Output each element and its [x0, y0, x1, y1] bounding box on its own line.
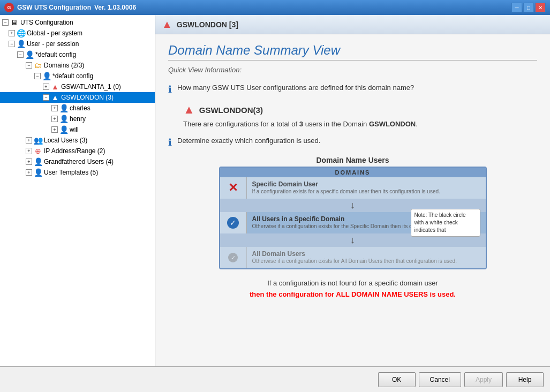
- domain-badge-icon: ▲: [183, 103, 195, 117]
- main-container: − 🖥 UTS Configuration + 🌐 Global - per s…: [0, 15, 550, 366]
- header-domain-icon: ▲: [162, 18, 172, 31]
- question2-text: Determine exactly which configuration is…: [177, 135, 320, 146]
- domain-desc: There are configurations for a total of …: [183, 120, 537, 128]
- ip-icon: ⊕: [34, 147, 42, 155]
- tree-ip-address[interactable]: + ⊕ IP Address/Range (2): [0, 146, 155, 156]
- default-config2-label: *default config: [52, 72, 93, 80]
- tree-user[interactable]: − 👤 User - per session: [0, 39, 155, 49]
- henry-icon: 👤: [59, 115, 68, 123]
- diagram-container: Domain Name Users DOMAINS ✕ Specific Dom…: [219, 156, 487, 269]
- local-users-label: Local Users (3): [44, 137, 87, 144]
- domains-label: DOMAINS: [220, 168, 486, 177]
- expand-domains[interactable]: −: [26, 62, 32, 69]
- tree-henry[interactable]: + 👤 henry: [0, 114, 155, 124]
- panel-header: ▲ GSWLONDON [3]: [155, 15, 550, 34]
- diagram-row-specific: ✕ Specific Domain User If a configuratio…: [220, 177, 486, 199]
- row3-indicator: ✓: [220, 247, 247, 268]
- summary-line2: then the configuration for ALL DOMAIN NA…: [168, 289, 537, 300]
- tree-gswlondon[interactable]: − ▲ GSWLONDON (3): [0, 92, 155, 103]
- question1-row: ℹ How many GSW UTS User configurations a…: [168, 82, 537, 95]
- tree-root[interactable]: − 🖥 UTS Configuration: [0, 17, 155, 28]
- grandfathered-label: Grandfathered Users (4): [44, 158, 114, 165]
- expand-user[interactable]: −: [9, 41, 15, 47]
- help-button[interactable]: Help: [506, 372, 544, 387]
- diagram-row-alldomainusers: ✓ All Domain Users Otherwise if a config…: [220, 247, 486, 268]
- expand-gswlondon[interactable]: −: [43, 94, 49, 101]
- ip-address-label: IP Address/Range (2): [44, 147, 106, 155]
- folder-icon: 🗂: [34, 61, 42, 70]
- tree-templates[interactable]: + 👤 User Templates (5): [0, 167, 155, 178]
- app-name: GSW UTS Configuration: [17, 4, 91, 11]
- tree-local-users[interactable]: + 👥 Local Users (3): [0, 135, 155, 146]
- note-box: Note: The black circle with a white chec…: [411, 209, 480, 237]
- row1-subtitle: If a configuration exists for a specific…: [252, 188, 480, 195]
- domain-desc-1: There are configurations for a total of: [183, 120, 299, 128]
- tree-domains[interactable]: − 🗂 Domains (2/3): [0, 60, 155, 71]
- bottom-bar: OK Cancel Apply Help: [0, 366, 550, 392]
- row3-title: All Domain Users: [252, 250, 480, 258]
- default-config-label: *default config: [35, 51, 76, 58]
- globe-icon: 🌐: [17, 29, 25, 37]
- expand-default2[interactable]: −: [34, 73, 41, 79]
- expand-root[interactable]: −: [2, 19, 9, 26]
- question1-text: How many GSW UTS User configurations are…: [177, 82, 414, 93]
- title-bar-left: G GSW UTS Configuration Ver. 1.03.0006: [4, 3, 136, 12]
- apply-button[interactable]: Apply: [464, 372, 503, 387]
- expand-default[interactable]: −: [17, 51, 24, 58]
- title-bar: G GSW UTS Configuration Ver. 1.03.0006 ─…: [0, 0, 550, 15]
- summary-text2: then the configuration for: [250, 290, 336, 298]
- expand-henry[interactable]: +: [51, 116, 58, 122]
- expand-global[interactable]: +: [9, 30, 15, 36]
- maximize-button[interactable]: □: [523, 3, 534, 12]
- domain-desc-2: users in the Domain: [303, 120, 369, 128]
- minimize-button[interactable]: ─: [511, 3, 522, 12]
- tree-default-config[interactable]: − 👤 *default config: [0, 49, 155, 60]
- main-title: Domain Name Summary View: [168, 43, 537, 58]
- tree-gswatlanta[interactable]: + ▲ GSWATLANTA_1 (0): [0, 81, 155, 92]
- tree-will[interactable]: + 👤 will: [0, 124, 155, 135]
- gswlondon-label: GSWLONDON (3): [61, 94, 114, 101]
- bottom-summary: If a configuration is not found for a sp…: [168, 278, 537, 300]
- diagram-row-allusers: ✓ All Users in a Specific Domain Otherwi…: [220, 212, 486, 233]
- header-title: GSWLONDON [3]: [177, 20, 238, 29]
- summary-line1: If a configuration is not found for a sp…: [168, 278, 537, 289]
- domain-london-icon: ▲: [51, 93, 59, 102]
- close-button[interactable]: ✕: [535, 3, 546, 12]
- will-icon: 👤: [59, 125, 68, 134]
- expand-grandfathered[interactable]: +: [26, 159, 32, 165]
- subtitle: Quick View Information:: [168, 66, 537, 74]
- domain-badge: ▲ GSWLONDON(3): [183, 103, 537, 117]
- tree-global[interactable]: + 🌐 Global - per system: [0, 28, 155, 39]
- expand-local[interactable]: +: [26, 137, 32, 144]
- domain-count: 3: [299, 120, 303, 128]
- expand-gswatlanta[interactable]: +: [43, 84, 49, 90]
- title-bar-controls: ─ □ ✕: [511, 3, 546, 12]
- local-icon: 👥: [34, 136, 42, 145]
- row1-indicator: ✕: [220, 177, 247, 199]
- tree-grandfathered[interactable]: + 👤 Grandfathered Users (4): [0, 156, 155, 167]
- cancel-button[interactable]: Cancel: [419, 372, 461, 387]
- expand-charles[interactable]: +: [51, 105, 58, 111]
- domains-label: Domains (2/3): [44, 62, 84, 69]
- tree-default-config2[interactable]: − 👤 *default config: [0, 71, 155, 81]
- row3-subtitle: Otherwise if a configuration exists for …: [252, 258, 480, 265]
- default-config2-icon: 👤: [42, 72, 51, 80]
- domain-atlanta-icon: ▲: [51, 82, 59, 91]
- app-logo: G: [4, 3, 14, 12]
- row2-indicator: ✓: [220, 212, 247, 233]
- row1-title: Specific Domain User: [252, 180, 480, 188]
- ok-button[interactable]: OK: [378, 372, 416, 387]
- left-panel: − 🖥 UTS Configuration + 🌐 Global - per s…: [0, 15, 155, 366]
- root-label: UTS Configuration: [20, 19, 73, 26]
- expand-will[interactable]: +: [51, 126, 58, 133]
- templates-label: User Templates (5): [44, 169, 98, 176]
- templates-icon: 👤: [34, 168, 42, 177]
- tree-charles[interactable]: + 👤 charles: [0, 103, 155, 114]
- expand-templates[interactable]: +: [26, 169, 32, 176]
- info-icon-2: ℹ: [168, 137, 172, 148]
- domain-badge-text: GSWLONDON(3): [199, 105, 263, 115]
- will-label: will: [70, 126, 79, 133]
- default-config-icon: 👤: [25, 50, 34, 59]
- row1-content: Specific Domain User If a configuration …: [247, 177, 486, 199]
- expand-ip[interactable]: +: [26, 148, 32, 154]
